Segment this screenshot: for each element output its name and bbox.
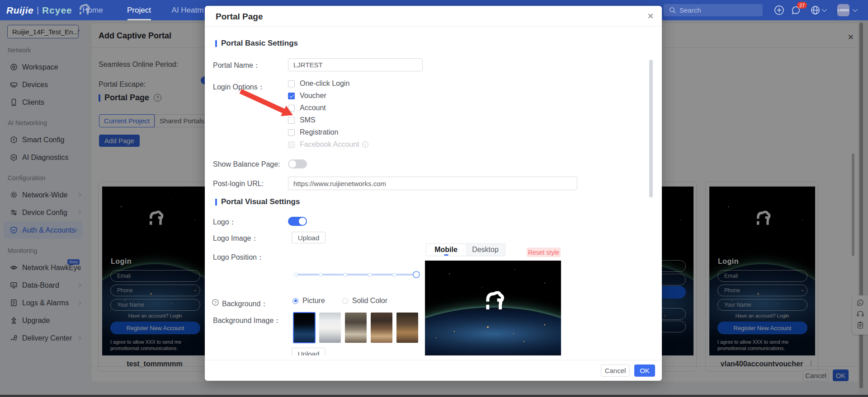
- svg-text:?: ?: [214, 300, 217, 305]
- login-option-registration[interactable]: Registration: [288, 128, 338, 136]
- tab-mobile[interactable]: Mobile: [426, 244, 466, 256]
- brand-reyee: Rcyee: [42, 5, 72, 16]
- tab-desktop[interactable]: Desktop: [466, 244, 505, 256]
- modal-ok-button[interactable]: OK: [634, 364, 655, 377]
- portal-preview: Voucher Login: [425, 261, 561, 355]
- reset-style-button[interactable]: Reset style: [527, 248, 561, 257]
- annotation-arrow: [232, 88, 304, 129]
- logo-image-label: Logo Image：: [213, 234, 259, 243]
- help-icon: ?: [212, 299, 219, 306]
- search-input[interactable]: Search: [664, 4, 763, 16]
- thumbnail-coffee-shop[interactable]: [371, 313, 392, 343]
- solid-color-radio[interactable]: [342, 298, 348, 304]
- login-option-facebook-account[interactable]: Facebook Accounti: [288, 140, 368, 149]
- post-login-url-input[interactable]: https://www.ruijienetworks.com: [288, 177, 577, 190]
- background-upload-button[interactable]: Upload: [292, 348, 326, 355]
- preview-device-tabs: Mobile Desktop: [426, 243, 505, 256]
- language-globe-icon[interactable]: [810, 0, 821, 20]
- checkbox[interactable]: [288, 141, 295, 148]
- background-radio-group: Picture Solid Color: [292, 297, 387, 305]
- picture-radio[interactable]: [292, 298, 298, 304]
- portal-name-label: Portal Name：: [213, 61, 260, 70]
- portal-name-input[interactable]: LJRTEST: [288, 58, 423, 71]
- nav-item-home[interactable]: Home: [72, 0, 113, 20]
- add-icon[interactable]: [774, 0, 784, 20]
- basic-settings-section: Portal Basic Settings: [215, 39, 298, 48]
- thumbnail-bedroom[interactable]: [345, 313, 367, 343]
- chevron-down-icon: [822, 7, 827, 12]
- post-login-url-label: Post-login URL:: [213, 180, 264, 188]
- show-balance-label: Show Balance Page:: [213, 160, 280, 168]
- notification-badge: 27: [797, 2, 807, 9]
- solid-color-radio-label: Solid Color: [352, 297, 387, 305]
- thumbnail-meeting-room[interactable]: [319, 313, 341, 343]
- logo-position-slider[interactable]: [294, 270, 420, 279]
- visual-settings-section: Portal Visual Settings: [215, 197, 300, 206]
- info-icon: i: [362, 141, 368, 148]
- modal-header: Portal Page ✕: [205, 6, 662, 27]
- thumbnail-earth-night[interactable]: [293, 313, 315, 343]
- thumbnail-restaurant[interactable]: [396, 313, 418, 343]
- nav-menu: HomeProjectAI Heatm: [72, 0, 210, 20]
- ruijie-logo-icon: [481, 288, 505, 316]
- logo-upload-button[interactable]: Upload: [292, 232, 326, 243]
- modal-body: Portal Basic Settings Portal Name： LJRTE…: [205, 27, 662, 355]
- close-icon[interactable]: ✕: [646, 12, 655, 21]
- chevron-down-icon: [853, 7, 858, 12]
- logo-position-label: Logo Position：: [213, 253, 264, 262]
- avatar[interactable]: LOGO: [837, 4, 849, 16]
- brand-ruijie: Ruijie: [6, 5, 33, 16]
- search-placeholder: Search: [679, 6, 701, 14]
- background-image-label: Background Image：: [213, 316, 281, 326]
- app-root: Ruijie | Rcyee HomeProjectAI Heatm Searc…: [0, 0, 868, 397]
- logo-toggle[interactable]: [288, 217, 307, 226]
- modal-footer: Cancel OK: [205, 360, 662, 381]
- login-option-one-click-login[interactable]: One-click Login: [288, 79, 349, 88]
- nav-item-ai-heatm[interactable]: AI Heatm: [165, 0, 210, 20]
- background-label: Background：: [222, 299, 268, 309]
- background-thumbnails: [293, 313, 422, 343]
- checkbox[interactable]: [288, 80, 295, 87]
- search-icon: [669, 7, 676, 14]
- checkbox[interactable]: [288, 129, 295, 136]
- portal-page-modal: Portal Page ✕ Portal Basic Settings Port…: [205, 6, 662, 381]
- nav-item-project[interactable]: Project: [113, 0, 165, 20]
- show-balance-toggle[interactable]: [288, 159, 307, 168]
- modal-cancel-button[interactable]: Cancel: [601, 364, 630, 377]
- modal-title: Portal Page: [216, 12, 263, 22]
- bottom-strip: [0, 395, 868, 397]
- picture-radio-label: Picture: [302, 297, 325, 305]
- modal-scrollbar[interactable]: [649, 60, 653, 197]
- logo-label: Logo：: [213, 218, 236, 227]
- brand-separator: |: [37, 5, 39, 15]
